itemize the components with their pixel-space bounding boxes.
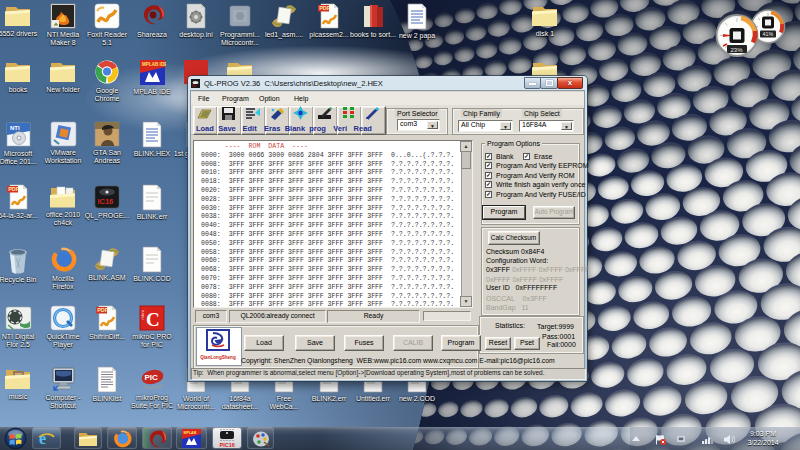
svg-text:mikro: mikro [140, 309, 145, 320]
svg-text:e: e [39, 430, 46, 447]
svg-text:PIC16: PIC16 [220, 442, 235, 448]
svg-text:41%: 41% [763, 31, 774, 37]
svg-text:PIC: PIC [144, 373, 158, 382]
svg-text:C: C [146, 309, 160, 330]
svg-text:23%: 23% [731, 47, 744, 53]
svg-text:PDF: PDF [97, 307, 109, 313]
svg-text:NTI: NTI [10, 125, 20, 131]
svg-text:PDF: PDF [8, 186, 20, 192]
svg-text:IC: IC [192, 83, 196, 88]
svg-text:IC16: IC16 [97, 197, 113, 206]
svg-text:MPLAB IDE: MPLAB IDE [142, 62, 166, 67]
svg-text:MPLAB: MPLAB [184, 431, 197, 435]
svg-text:PDF: PDF [319, 5, 331, 11]
